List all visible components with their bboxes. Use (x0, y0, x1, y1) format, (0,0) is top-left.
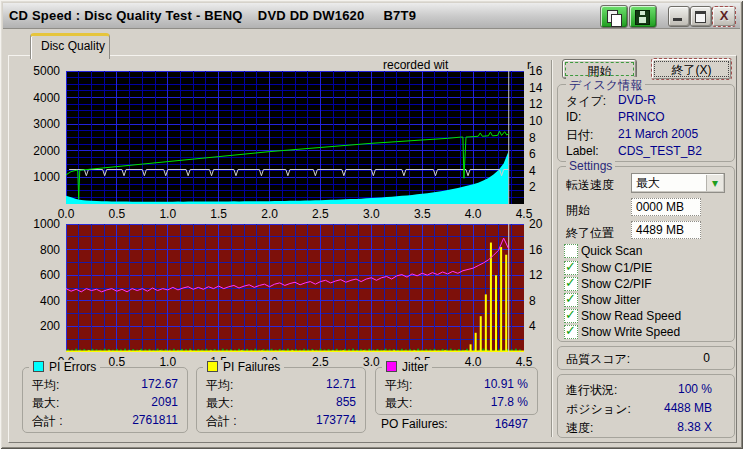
max-label: 最大: (32, 395, 59, 412)
progress-value: 100 % (678, 382, 712, 396)
checkbox-show-c2-pif[interactable]: Show C2/PIF (564, 277, 724, 292)
position-value: 4488 MB (664, 401, 712, 415)
checkbox-icon[interactable] (564, 293, 578, 307)
speed-status-label: 速度: (566, 420, 593, 437)
checkbox-icon[interactable] (564, 261, 578, 275)
axis-tick-label: 200 (20, 319, 60, 333)
checkbox-icon[interactable] (564, 277, 578, 291)
axis-tick-label: 12 (529, 268, 557, 282)
start-button[interactable]: 開始 (562, 59, 637, 79)
po-failures-value: 16497 (440, 417, 528, 431)
avg-label: 平均: (385, 377, 412, 394)
axis-tick-label: 1.0 (153, 207, 183, 221)
avg-value: 172.67 (141, 377, 178, 391)
copy-button[interactable] (600, 5, 628, 28)
total-label: 合計 : (32, 413, 63, 430)
legend-title-text: Jitter (402, 360, 428, 374)
axis-tick-label: 4.0 (458, 207, 488, 221)
disc-date-label: 日付: (566, 127, 593, 144)
quality-score-label: 品質スコア: (566, 351, 630, 368)
axis-tick-label: 4 (529, 164, 557, 178)
axis-tick-label: 400 (20, 294, 60, 308)
axis-tick-label: 2.0 (255, 207, 285, 221)
pi-errors-swatch (33, 361, 44, 372)
maximize-button[interactable] (690, 6, 712, 27)
disc-label-value: CDS_TEST_B2 (618, 144, 702, 158)
disc-id-value: PRINCO (618, 110, 665, 124)
checkbox-show-read-speed[interactable]: Show Read Speed (564, 309, 724, 324)
position-label: ポジション: (566, 401, 631, 418)
legend-title-text: PI Failures (223, 360, 280, 374)
checkbox-show-write-speed[interactable]: Show Write Speed (564, 325, 724, 340)
total-value: 173774 (316, 413, 356, 427)
axis-tick-label: 1.5 (204, 207, 234, 221)
pi-failures-legend-box: PI Failures 平均: 12.71 最大: 855 合計 : 17377… (196, 367, 366, 433)
axis-tick-label: 20 (529, 217, 557, 231)
axis-tick-label: 10 (529, 114, 557, 128)
maximize-icon (695, 11, 706, 23)
axis-tick-label: 12 (529, 97, 557, 111)
axis-tick-label: 600 (20, 268, 60, 282)
disc-date-value: 21 March 2005 (618, 127, 698, 141)
max-value: 2091 (151, 395, 178, 409)
start-pos-field[interactable]: 0000 MB (631, 198, 701, 216)
settings-title: Settings (566, 159, 615, 173)
axis-tick-label: 1000 (20, 217, 60, 231)
avg-label: 平均: (32, 377, 59, 394)
progress-label: 進行状況: (566, 382, 617, 399)
axis-tick-label: 2 (529, 180, 557, 194)
disc-type-value: DVD-R (618, 93, 656, 107)
pi-errors-chart (66, 71, 524, 204)
axis-tick-label: 14 (529, 81, 557, 95)
disc-type-label: タイプ: (566, 93, 606, 110)
speed-select[interactable]: 最大 ▾ (631, 173, 725, 193)
chevron-down-icon[interactable]: ▾ (706, 175, 723, 191)
pi-failures-jitter-chart (66, 224, 524, 352)
jitter-legend-box: Jitter 平均: 10.91 % 最大: 17.8 % (375, 367, 538, 415)
axis-tick-label: 5000 (20, 64, 60, 78)
quality-score-value: 0 (703, 351, 710, 365)
legend-title-text: PI Errors (49, 360, 96, 374)
axis-tick-label: 16 (529, 64, 557, 78)
checkbox-icon[interactable] (564, 244, 578, 258)
speed-value: 最大 (636, 176, 660, 190)
save-icon (635, 10, 650, 25)
checkbox-label: Show Write Speed (581, 325, 680, 339)
settings-group: Settings 転送速度 最大 ▾ 開始 0000 MB 終了位置 4489 … (557, 166, 735, 342)
checkbox-icon[interactable] (564, 309, 578, 323)
save-button[interactable] (629, 5, 657, 28)
start-pos-label: 開始 (566, 202, 590, 219)
axis-tick-label: 3.5 (407, 207, 437, 221)
axis-tick-label: 8 (529, 131, 557, 145)
chart-header-text: recorded wit (383, 58, 448, 72)
checkbox-icon[interactable] (564, 325, 578, 339)
axis-tick-label: 4000 (20, 91, 60, 105)
disc-info-group: ディスク情報 タイプ: DVD-R ID: PRINCO 日付: 21 Marc… (557, 84, 735, 162)
checkbox-quick-scan[interactable]: Quick Scan (564, 244, 724, 259)
tab-disc-quality[interactable]: Disc Quality (30, 33, 110, 59)
po-failures-label: PO Failures: (381, 417, 448, 431)
checkbox-label: Show Jitter (581, 293, 640, 307)
close-button[interactable]: X (712, 6, 736, 27)
close-icon: X (713, 8, 735, 23)
checkbox-show-jitter[interactable]: Show Jitter (564, 293, 724, 308)
max-label: 最大: (206, 395, 233, 412)
exit-button[interactable]: 終了(X) (651, 58, 732, 80)
axis-tick-label: 16 (529, 243, 557, 257)
speed-status-value: 8.38 X (677, 420, 712, 434)
minimize-button[interactable] (668, 6, 690, 27)
checkbox-show-c1-pie[interactable]: Show C1/PIE (564, 261, 724, 276)
end-pos-label: 終了位置 (566, 225, 614, 242)
axis-tick-label: 2.5 (305, 207, 335, 221)
pi-failures-swatch (207, 361, 218, 372)
checkbox-label: Show C1/PIE (581, 261, 652, 275)
avg-value: 12.71 (326, 377, 356, 391)
status-box: 進行状況: 100 % ポジション: 4488 MB 速度: 8.38 X (557, 374, 735, 438)
total-value: 2761811 (132, 413, 178, 427)
end-pos-field[interactable]: 4489 MB (631, 221, 701, 239)
checkbox-label: Quick Scan (581, 244, 642, 258)
axis-tick-label: 0.5 (102, 207, 132, 221)
axis-tick-label: 4 (529, 319, 557, 333)
checkbox-label: Show Read Speed (581, 309, 681, 323)
total-label: 合計 : (206, 413, 237, 430)
